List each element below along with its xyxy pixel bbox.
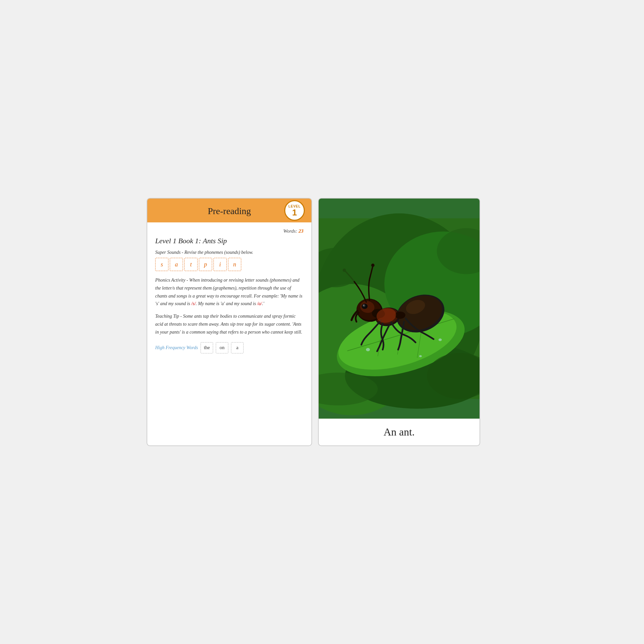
book-title: Level 1 Book 1: Ants Sip bbox=[155, 237, 303, 245]
header-title: Pre-reading bbox=[208, 206, 251, 216]
phonics-highlight1: /s/ bbox=[191, 301, 196, 306]
cards-wrapper: Pre-reading LEVEL 1 Words: 23 Level 1 Bo… bbox=[147, 198, 497, 446]
phoneme-n: n bbox=[228, 258, 241, 271]
phonics-text-mid: . My name is 'a' and my sound is bbox=[196, 301, 257, 306]
words-count: 23 bbox=[299, 228, 303, 234]
card-header: Pre-reading LEVEL 1 bbox=[147, 199, 311, 222]
words-label: Words: bbox=[283, 228, 297, 234]
ant-image-container bbox=[319, 199, 480, 419]
right-card: An ant. bbox=[318, 198, 480, 446]
phonics-text-end: .' bbox=[262, 301, 264, 306]
phoneme-p: p bbox=[199, 258, 212, 271]
card-body: Words: 23 Level 1 Book 1: Ants Sip Super… bbox=[147, 222, 311, 445]
level-badge: LEVEL 1 bbox=[284, 200, 305, 221]
caption-text: An ant. bbox=[384, 426, 415, 438]
super-sounds-label: Super Sounds - Revise the phonemes (soun… bbox=[155, 250, 303, 255]
hfw-row: High Frequency Words the on a bbox=[155, 342, 303, 353]
hfw-word-on: on bbox=[216, 342, 228, 353]
svg-point-11 bbox=[366, 348, 370, 351]
svg-point-19 bbox=[395, 311, 405, 319]
hfw-label: High Frequency Words bbox=[155, 345, 198, 350]
ant-illustration bbox=[319, 199, 480, 419]
phonics-activity: Phonics Activity - When introducing or r… bbox=[155, 276, 303, 308]
page-container: Pre-reading LEVEL 1 Words: 23 Level 1 Bo… bbox=[0, 0, 644, 644]
hfw-word-a: a bbox=[231, 342, 244, 353]
phoneme-s: s bbox=[155, 258, 168, 271]
phoneme-i: i bbox=[213, 258, 227, 271]
left-card: Pre-reading LEVEL 1 Words: 23 Level 1 Bo… bbox=[147, 198, 312, 446]
phoneme-boxes: s a t p i n bbox=[155, 258, 303, 271]
card-caption: An ant. bbox=[319, 419, 480, 445]
teaching-tip: Teaching Tip - Some ants tap their bodie… bbox=[155, 312, 303, 336]
hfw-word-the: the bbox=[201, 342, 213, 353]
svg-point-25 bbox=[363, 305, 364, 306]
svg-point-27 bbox=[371, 264, 375, 267]
svg-point-13 bbox=[419, 355, 422, 357]
phoneme-t: t bbox=[184, 258, 198, 271]
phonics-highlight2: /a/ bbox=[257, 301, 262, 306]
svg-point-12 bbox=[438, 339, 442, 341]
level-number: 1 bbox=[292, 208, 297, 217]
words-line: Words: 23 bbox=[155, 228, 303, 234]
phoneme-a: a bbox=[170, 258, 183, 271]
